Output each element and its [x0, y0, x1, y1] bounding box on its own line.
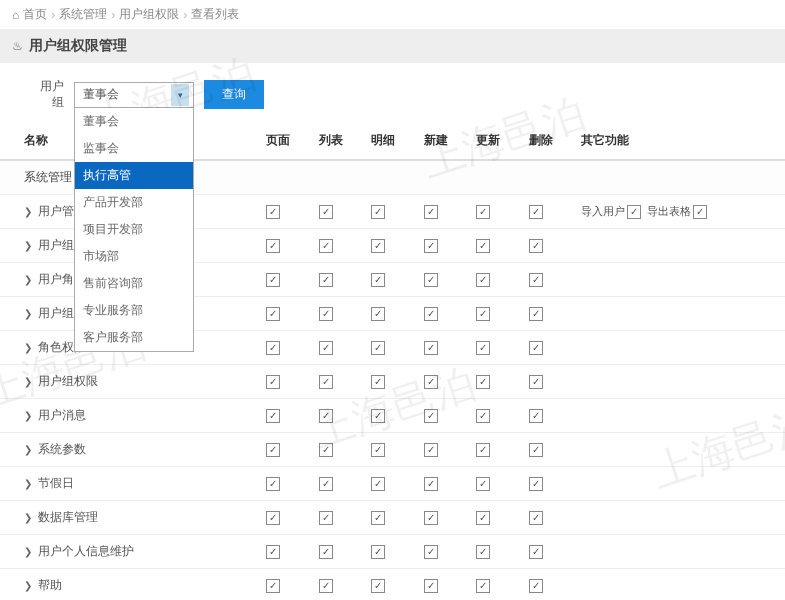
permission-checkbox[interactable]	[424, 341, 438, 355]
permission-checkbox[interactable]	[371, 341, 385, 355]
dropdown-option[interactable]: 监事会	[75, 135, 193, 162]
permission-checkbox[interactable]	[266, 375, 280, 389]
permission-checkbox[interactable]	[476, 477, 490, 491]
permission-checkbox[interactable]	[529, 579, 543, 593]
permission-checkbox[interactable]	[529, 545, 543, 559]
permission-checkbox[interactable]	[266, 409, 280, 423]
permission-checkbox[interactable]	[371, 205, 385, 219]
dropdown-option[interactable]: 产品开发部	[75, 189, 193, 216]
dropdown-option[interactable]: 专业服务部	[75, 297, 193, 324]
user-group-select[interactable]: 董事会 ▾	[74, 82, 194, 108]
permission-checkbox[interactable]	[371, 477, 385, 491]
breadcrumb-item[interactable]: 用户组权限	[119, 6, 179, 23]
permission-checkbox[interactable]	[424, 579, 438, 593]
permission-checkbox[interactable]	[319, 307, 333, 321]
permission-checkbox[interactable]	[476, 307, 490, 321]
permission-checkbox[interactable]	[424, 477, 438, 491]
permission-checkbox[interactable]	[424, 307, 438, 321]
permission-checkbox[interactable]	[266, 477, 280, 491]
row-name-cell[interactable]: ❯节假日	[0, 467, 260, 501]
permission-checkbox[interactable]	[266, 239, 280, 253]
dropdown-option[interactable]: 执行高管	[75, 162, 193, 189]
permission-checkbox[interactable]	[266, 273, 280, 287]
permission-checkbox[interactable]	[371, 307, 385, 321]
permission-checkbox[interactable]	[319, 239, 333, 253]
permission-checkbox[interactable]	[476, 409, 490, 423]
permission-checkbox[interactable]	[319, 375, 333, 389]
row-name-cell[interactable]: ❯数据库管理	[0, 501, 260, 535]
dropdown-option[interactable]: 客户服务部	[75, 324, 193, 351]
permission-checkbox[interactable]	[371, 375, 385, 389]
extra-perms-cell	[575, 229, 785, 263]
permission-checkbox[interactable]	[371, 239, 385, 253]
permission-checkbox[interactable]	[319, 511, 333, 525]
permission-checkbox[interactable]	[529, 239, 543, 253]
permission-checkbox[interactable]	[476, 341, 490, 355]
permission-checkbox[interactable]	[476, 239, 490, 253]
permission-checkbox[interactable]	[424, 239, 438, 253]
permission-checkbox[interactable]	[529, 511, 543, 525]
breadcrumb: ⌂ 首页 › 系统管理 › 用户组权限 › 查看列表	[0, 0, 785, 29]
permission-checkbox[interactable]	[266, 579, 280, 593]
extra-perm-checkbox[interactable]	[627, 205, 641, 219]
permission-checkbox[interactable]	[476, 579, 490, 593]
permission-checkbox[interactable]	[476, 443, 490, 457]
permission-checkbox[interactable]	[319, 443, 333, 457]
row-name-cell[interactable]: ❯用户个人信息维护	[0, 535, 260, 569]
permission-checkbox[interactable]	[319, 579, 333, 593]
permission-checkbox[interactable]	[476, 205, 490, 219]
permission-cell	[523, 263, 576, 297]
row-name-cell[interactable]: ❯用户消息	[0, 399, 260, 433]
permission-checkbox[interactable]	[319, 205, 333, 219]
breadcrumb-home[interactable]: 首页	[23, 6, 47, 23]
permission-checkbox[interactable]	[424, 205, 438, 219]
permission-checkbox[interactable]	[529, 375, 543, 389]
permission-checkbox[interactable]	[319, 341, 333, 355]
permission-checkbox[interactable]	[266, 511, 280, 525]
permission-checkbox[interactable]	[371, 579, 385, 593]
permission-checkbox[interactable]	[529, 307, 543, 321]
permission-checkbox[interactable]	[266, 205, 280, 219]
extra-perm-checkbox[interactable]	[693, 205, 707, 219]
permission-checkbox[interactable]	[529, 443, 543, 457]
permission-checkbox[interactable]	[424, 409, 438, 423]
permission-checkbox[interactable]	[319, 409, 333, 423]
permission-checkbox[interactable]	[371, 409, 385, 423]
permission-checkbox[interactable]	[266, 443, 280, 457]
permission-checkbox[interactable]	[371, 545, 385, 559]
row-name-cell[interactable]: ❯帮助	[0, 569, 260, 600]
permission-checkbox[interactable]	[319, 273, 333, 287]
permission-checkbox[interactable]	[266, 307, 280, 321]
row-name-cell[interactable]: ❯用户组权限	[0, 365, 260, 399]
permission-checkbox[interactable]	[319, 545, 333, 559]
permission-checkbox[interactable]	[266, 341, 280, 355]
permission-checkbox[interactable]	[529, 205, 543, 219]
breadcrumb-item[interactable]: 系统管理	[59, 6, 107, 23]
permission-cell	[470, 501, 523, 535]
permission-checkbox[interactable]	[424, 545, 438, 559]
permission-checkbox[interactable]	[266, 545, 280, 559]
permission-checkbox[interactable]	[424, 273, 438, 287]
row-name-cell[interactable]: ❯系统参数	[0, 433, 260, 467]
dropdown-option[interactable]: 售前咨询部	[75, 270, 193, 297]
permission-checkbox[interactable]	[424, 511, 438, 525]
permission-checkbox[interactable]	[371, 511, 385, 525]
permission-checkbox[interactable]	[424, 375, 438, 389]
permission-checkbox[interactable]	[529, 477, 543, 491]
permission-checkbox[interactable]	[476, 511, 490, 525]
permission-checkbox[interactable]	[371, 273, 385, 287]
permission-checkbox[interactable]	[424, 443, 438, 457]
permission-checkbox[interactable]	[529, 409, 543, 423]
query-button[interactable]: 查询	[204, 80, 264, 109]
permission-checkbox[interactable]	[476, 375, 490, 389]
permission-cell	[260, 263, 313, 297]
dropdown-option[interactable]: 董事会	[75, 108, 193, 135]
permission-checkbox[interactable]	[319, 477, 333, 491]
permission-checkbox[interactable]	[476, 273, 490, 287]
permission-checkbox[interactable]	[371, 443, 385, 457]
dropdown-option[interactable]: 项目开发部	[75, 216, 193, 243]
permission-checkbox[interactable]	[529, 273, 543, 287]
permission-checkbox[interactable]	[529, 341, 543, 355]
dropdown-option[interactable]: 市场部	[75, 243, 193, 270]
permission-checkbox[interactable]	[476, 545, 490, 559]
